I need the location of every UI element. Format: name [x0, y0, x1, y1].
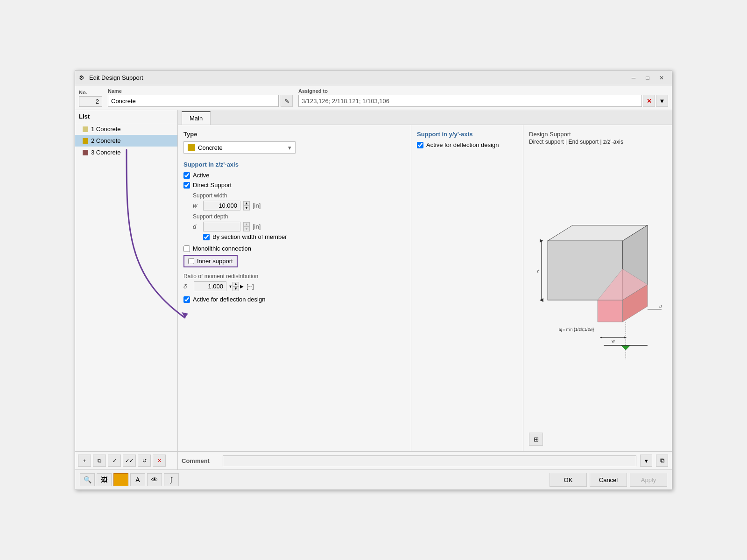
- add-button[interactable]: +: [78, 455, 91, 467]
- name-label: Name: [108, 88, 293, 94]
- support-depth-label: Support depth: [193, 213, 405, 220]
- sidebar-item-label-2: 2 Concrete: [91, 137, 121, 144]
- support-width-label: Support width: [193, 192, 405, 199]
- comment-input[interactable]: [223, 455, 636, 466]
- magnify-tool-button[interactable]: 🔍: [80, 473, 95, 486]
- direct-support-checkbox-row: Direct Support: [183, 182, 405, 189]
- support-width-input[interactable]: [203, 201, 240, 210]
- apply-button[interactable]: Apply: [630, 473, 667, 487]
- check-button[interactable]: ✓: [108, 455, 121, 467]
- direct-support-label: Direct Support: [193, 182, 232, 189]
- support-depth-group: Support depth d ▲ ▼ [in]: [193, 213, 405, 240]
- deflection-checkbox[interactable]: [183, 296, 190, 303]
- monolithic-label: Monolithic connection: [193, 245, 251, 252]
- no-label: No.: [79, 90, 102, 95]
- type-title: Type: [183, 131, 405, 138]
- svg-marker-4: [598, 300, 622, 322]
- name-edit-button[interactable]: ✎: [281, 95, 293, 107]
- zz-axis-title: Support in z/z'-axis: [183, 161, 405, 168]
- monolithic-checkbox[interactable]: [183, 245, 190, 252]
- depth-down-spinner[interactable]: ▼: [243, 227, 250, 231]
- diagram-tool-button[interactable]: ⊞: [529, 433, 543, 446]
- item-color-1: [83, 126, 88, 132]
- ratio-label: Ratio of moment redistribution: [183, 273, 405, 280]
- design-support-title: Design Support: [529, 131, 666, 138]
- svg-marker-10: [600, 336, 602, 338]
- maximize-button[interactable]: □: [641, 72, 654, 84]
- by-section-checkbox-row: By section width of member: [203, 233, 405, 240]
- minimize-button[interactable]: ─: [627, 72, 640, 84]
- item-color-2: [83, 138, 88, 144]
- ratio-down-spinner[interactable]: ▼: [233, 287, 239, 291]
- depth-up-spinner[interactable]: ▲: [243, 222, 250, 227]
- support-depth-input[interactable]: [203, 222, 240, 231]
- sidebar-item-2[interactable]: 2 Concrete: [75, 135, 177, 147]
- yy-deflection-checkbox[interactable]: [417, 142, 423, 148]
- d-var-label: d: [193, 223, 200, 230]
- yy-axis-title: Support in y/y'-axis: [417, 131, 517, 138]
- by-section-label: By section width of member: [212, 233, 287, 240]
- sidebar-bottom-toolbar: + ⧉ ✓ ✓✓ ↺ ✕: [75, 451, 177, 469]
- assigned-input[interactable]: [298, 95, 642, 107]
- tab-main[interactable]: Main: [182, 111, 211, 125]
- check-all-button[interactable]: ✓✓: [123, 455, 136, 467]
- support-depth-spinners: ▲ ▼: [243, 222, 250, 231]
- delete-button[interactable]: ✕: [153, 455, 166, 467]
- copy-button[interactable]: ⧉: [93, 455, 106, 467]
- tabs-row: Main: [178, 110, 672, 125]
- close-button[interactable]: ✕: [655, 72, 668, 84]
- sidebar-item-1[interactable]: 1 Concrete: [75, 123, 177, 135]
- design-support-desc: Direct support | End support | z/z'-axis: [529, 139, 666, 145]
- inner-support-label: Inner support: [197, 258, 233, 265]
- display-tool-button[interactable]: 🖼: [97, 473, 112, 486]
- name-input[interactable]: [108, 95, 279, 107]
- deflection-checkbox-row: Active for deflection design: [183, 296, 405, 303]
- assigned-label: Assigned to: [298, 88, 668, 94]
- direct-support-checkbox[interactable]: [183, 182, 190, 189]
- main-panel: Main Type Concrete ▾: [178, 110, 672, 469]
- depth-unit: [in]: [253, 223, 261, 230]
- text-tool-button[interactable]: A: [130, 473, 145, 486]
- eye-tool-button[interactable]: 👁: [147, 473, 162, 486]
- middle-section: Support in y/y'-axis Active for deflecti…: [411, 125, 523, 451]
- window-title: Edit Design Support: [89, 74, 627, 81]
- inner-support-highlight: Inner support: [183, 255, 238, 267]
- item-color-3: [83, 150, 88, 155]
- width-up-spinner[interactable]: ▲: [243, 201, 250, 206]
- active-checkbox[interactable]: [183, 172, 190, 179]
- zz-axis-section: Support in z/z'-axis Active Direct Suppo…: [183, 161, 405, 303]
- no-field: No.: [79, 90, 102, 107]
- refresh-button[interactable]: ↺: [138, 455, 151, 467]
- assigned-select-button[interactable]: ▼: [656, 95, 668, 107]
- type-select-text: Concrete: [198, 144, 285, 151]
- comment-dropdown-button[interactable]: ▾: [640, 455, 652, 467]
- sidebar: List 1 Concrete 2 Concrete 3 Concrete: [75, 110, 178, 469]
- ok-button[interactable]: OK: [550, 473, 587, 487]
- width-unit: [in]: [253, 202, 261, 209]
- ratio-input[interactable]: [194, 281, 226, 291]
- by-section-checkbox[interactable]: [203, 234, 210, 240]
- cancel-button[interactable]: Cancel: [590, 473, 627, 487]
- no-input[interactable]: [79, 96, 102, 107]
- name-field: Name ✎: [108, 88, 293, 107]
- orange-square-tool-button[interactable]: [113, 473, 128, 486]
- diagram-toolbar: ⊞: [529, 433, 666, 446]
- assigned-clear-button[interactable]: ✕: [643, 95, 655, 107]
- sidebar-list: 1 Concrete 2 Concrete 3 Concrete: [75, 123, 177, 451]
- deflection-label: Active for deflection design: [193, 296, 265, 303]
- active-checkbox-row: Active: [183, 172, 405, 179]
- type-dropdown[interactable]: Concrete ▾: [183, 141, 296, 154]
- diagram-container: h w d a: [529, 149, 666, 433]
- right-section: Design Support Direct support | End supp…: [523, 125, 672, 451]
- support-width-row: w ▲ ▼ [in]: [193, 201, 405, 210]
- comment-copy-button[interactable]: ⧉: [656, 455, 668, 467]
- ratio-up-spinner[interactable]: ▲: [233, 282, 239, 287]
- dropdown-arrow-icon: ▾: [288, 144, 291, 151]
- formula-tool-button[interactable]: ∫: [164, 473, 179, 486]
- svg-text:i: i: [561, 328, 562, 333]
- svg-text:h: h: [537, 269, 540, 273]
- inner-support-checkbox[interactable]: [188, 258, 194, 264]
- width-down-spinner[interactable]: ▼: [243, 206, 250, 210]
- assigned-field: Assigned to ✕ ▼: [298, 88, 668, 107]
- sidebar-item-3[interactable]: 3 Concrete: [75, 147, 177, 158]
